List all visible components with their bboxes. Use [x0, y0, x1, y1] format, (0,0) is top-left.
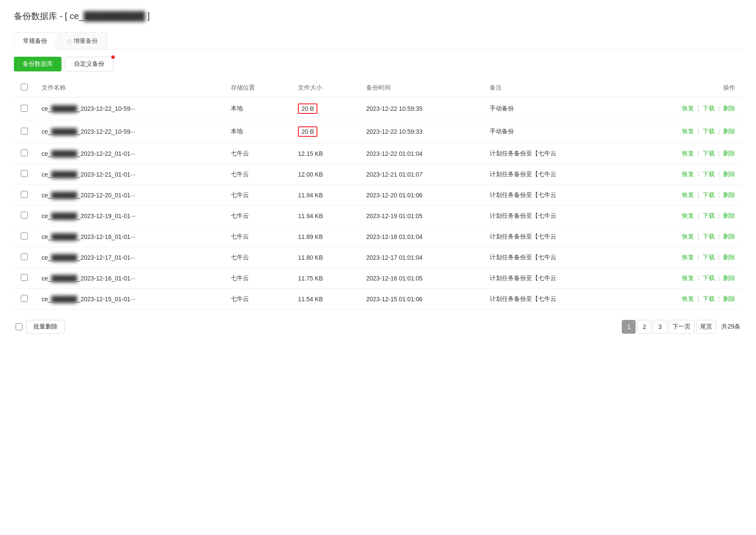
action-下载[interactable]: 下载 [703, 105, 715, 112]
row-checkbox[interactable] [21, 191, 28, 198]
row-checkbox[interactable] [21, 232, 28, 239]
row-note: 计划任务备份至【七牛云 [483, 289, 624, 309]
action-删除[interactable]: 删除 [723, 212, 735, 219]
action-separator: | [696, 171, 701, 177]
action-links: 恢复 | 下载 | 删除 [631, 274, 735, 282]
row-note: 手动备份 [483, 120, 624, 143]
action-恢复[interactable]: 恢复 [682, 274, 694, 281]
row-note: 手动备份 [483, 97, 624, 120]
row-filesize: 11.89 KB [291, 226, 359, 247]
row-checkbox[interactable] [21, 128, 28, 135]
page-1-button[interactable]: 1 [622, 320, 636, 334]
tab-incremental[interactable]: ◇增量备份 [58, 32, 107, 49]
action-删除[interactable]: 删除 [723, 274, 735, 281]
row-note: 计划任务备份至【七牛云 [483, 164, 624, 185]
row-checkbox-cell [14, 143, 35, 164]
action-恢复[interactable]: 恢复 [682, 105, 694, 112]
batch-delete-button[interactable]: 批量删除 [26, 320, 65, 334]
row-storage: 七牛云 [224, 247, 291, 268]
action-bar: 备份数据库 自定义备份 [14, 57, 742, 71]
action-删除[interactable]: 删除 [723, 150, 735, 157]
action-separator: | [717, 254, 721, 261]
action-下载[interactable]: 下载 [703, 274, 715, 281]
action-恢复[interactable]: 恢复 [682, 171, 694, 177]
row-note: 计划任务备份至【七牛云 [483, 247, 624, 268]
row-actions: 恢复 | 下载 | 删除 [624, 143, 742, 164]
row-filesize: 12.15 KB [291, 143, 359, 164]
row-storage: 本地 [224, 120, 291, 143]
backup-database-button[interactable]: 备份数据库 [14, 57, 61, 71]
action-separator: | [696, 254, 701, 261]
action-下载[interactable]: 下载 [703, 233, 715, 240]
action-删除[interactable]: 删除 [723, 295, 735, 302]
row-checkbox[interactable] [21, 295, 28, 302]
action-删除[interactable]: 删除 [723, 191, 735, 198]
action-下载[interactable]: 下载 [703, 128, 715, 135]
row-backup-time: 2023-12-16 01:01:05 [359, 268, 483, 289]
action-删除[interactable]: 删除 [723, 128, 735, 135]
last-page-button[interactable]: 尾页 [696, 320, 716, 334]
row-filesize: 11.75 KB [291, 268, 359, 289]
action-下载[interactable]: 下载 [703, 212, 715, 219]
row-actions: 恢复 | 下载 | 删除 [624, 120, 742, 143]
action-恢复[interactable]: 恢复 [682, 295, 694, 302]
row-checkbox[interactable] [21, 212, 28, 219]
row-filename: ce_██████_2023-12-21_01-01··· [35, 164, 224, 185]
action-恢复[interactable]: 恢复 [682, 191, 694, 198]
action-下载[interactable]: 下载 [703, 191, 715, 198]
batch-delete-area: 批量删除 [16, 320, 65, 334]
action-删除[interactable]: 删除 [723, 254, 735, 261]
action-下载[interactable]: 下载 [703, 254, 715, 261]
row-backup-time: 2023-12-18 01:01:04 [359, 226, 483, 247]
row-actions: 恢复 | 下载 | 删除 [624, 97, 742, 120]
row-checkbox[interactable] [21, 170, 28, 177]
col-time: 备份时间 [359, 78, 483, 97]
select-all-checkbox[interactable] [21, 84, 28, 90]
action-separator: | [696, 150, 701, 157]
action-separator: | [717, 171, 721, 177]
action-删除[interactable]: 删除 [723, 105, 735, 112]
custom-backup-button[interactable]: 自定义备份 [65, 57, 113, 71]
page-2-button[interactable]: 2 [637, 320, 651, 334]
col-filename: 文件名称 [35, 78, 224, 97]
col-size: 文件大小 [291, 78, 359, 97]
row-filename: ce_██████_2023-12-22_10-59··· [35, 97, 224, 120]
row-checkbox[interactable] [21, 274, 28, 281]
row-filesize: 11.54 KB [291, 289, 359, 309]
row-checkbox[interactable] [21, 253, 28, 260]
table-row: ce_██████_2023-12-16_01-01···七牛云11.75 KB… [14, 268, 742, 289]
page-3-button[interactable]: 3 [653, 320, 667, 334]
row-checkbox[interactable] [21, 149, 28, 156]
action-恢复[interactable]: 恢复 [682, 150, 694, 157]
row-storage: 七牛云 [224, 143, 291, 164]
col-action: 操作 [624, 78, 742, 97]
row-filename: ce_██████_2023-12-20_01-01··· [35, 185, 224, 206]
table-row: ce_██████_2023-12-19_01-01···七牛云11.94 KB… [14, 206, 742, 226]
action-恢复[interactable]: 恢复 [682, 212, 694, 219]
tab-regular[interactable]: 常规备份 [14, 32, 56, 50]
row-storage: 七牛云 [224, 206, 291, 226]
row-checkbox-cell [14, 185, 35, 206]
action-恢复[interactable]: 恢复 [682, 128, 694, 135]
action-删除[interactable]: 删除 [723, 233, 735, 240]
action-恢复[interactable]: 恢复 [682, 254, 694, 261]
row-checkbox-cell [14, 164, 35, 185]
action-separator: | [696, 212, 701, 219]
row-checkbox[interactable] [21, 105, 28, 112]
action-删除[interactable]: 删除 [723, 171, 735, 177]
action-separator: | [696, 274, 701, 281]
col-note: 备注 [483, 78, 624, 97]
action-links: 恢复 | 下载 | 删除 [631, 254, 735, 261]
row-filesize: 12.00 KB [291, 164, 359, 185]
action-下载[interactable]: 下载 [703, 150, 715, 157]
action-下载[interactable]: 下载 [703, 171, 715, 177]
row-storage: 本地 [224, 97, 291, 120]
table-row: ce_██████_2023-12-22_10-59···本地20 B2023-… [14, 97, 742, 120]
bottom-select-all-checkbox[interactable] [16, 323, 23, 330]
row-filename: ce_██████_2023-12-22_01-01··· [35, 143, 224, 164]
table-row: ce_██████_2023-12-18_01-01···七牛云11.89 KB… [14, 226, 742, 247]
action-下载[interactable]: 下载 [703, 295, 715, 302]
next-page-button[interactable]: 下一页 [669, 320, 695, 334]
table-row: ce_██████_2023-12-21_01-01···七牛云12.00 KB… [14, 164, 742, 185]
action-恢复[interactable]: 恢复 [682, 233, 694, 240]
